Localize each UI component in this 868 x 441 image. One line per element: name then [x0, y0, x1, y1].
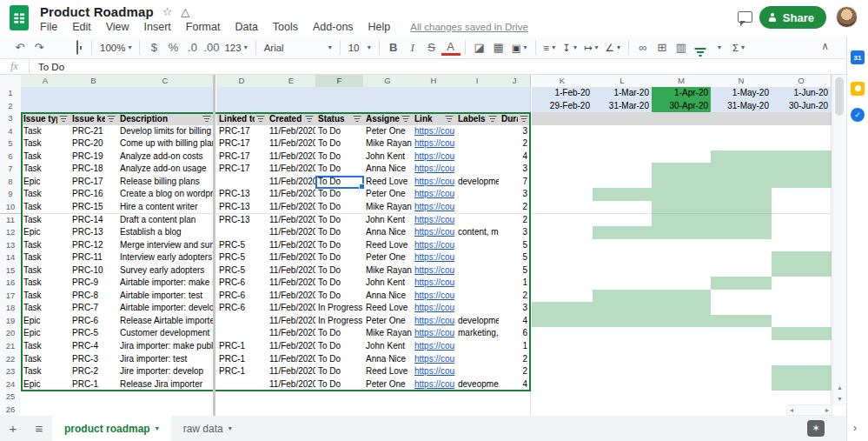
cell-G24[interactable]: Peter One — [363, 378, 413, 392]
cell-A9[interactable]: Task — [21, 188, 70, 202]
cell-F11[interactable]: To Do — [315, 214, 364, 228]
column-header-K[interactable]: K — [532, 75, 593, 88]
row-header-16[interactable]: 16 — [0, 277, 22, 291]
cell-I16[interactable] — [455, 277, 500, 291]
cell-O18[interactable] — [772, 302, 832, 316]
cell-I13[interactable] — [455, 239, 500, 253]
cell-N25[interactable] — [711, 391, 772, 404]
cell-J2[interactable] — [499, 100, 531, 114]
cell-E17[interactable]: 11/Feb/2020 — [267, 290, 316, 304]
cell-F4[interactable]: To Do — [315, 125, 364, 139]
cell-B19[interactable]: PRC-6 — [70, 315, 118, 329]
cell-I24[interactable]: deveopmen — [455, 378, 500, 392]
column-header-H[interactable]: H — [412, 75, 456, 88]
column-header-G[interactable]: G — [363, 75, 413, 88]
horizontal-scrollbar[interactable]: ◂ ▸ — [786, 404, 832, 416]
comment-history-icon[interactable] — [738, 11, 752, 23]
cell-A13[interactable]: Task — [21, 239, 70, 253]
cell-B15[interactable]: PRC-10 — [70, 264, 118, 278]
cell-H18[interactable]: https://coupl — [412, 302, 456, 316]
cell-D1[interactable] — [216, 87, 268, 101]
cell-F26[interactable] — [315, 404, 364, 416]
menu-view[interactable]: View — [106, 21, 129, 33]
column-header-M[interactable]: M — [652, 75, 712, 88]
cell-K21[interactable] — [532, 340, 593, 354]
scroll-left-icon[interactable]: ◂ — [790, 406, 793, 414]
cell-L16[interactable] — [593, 277, 653, 291]
cell-I7[interactable] — [455, 163, 500, 177]
cell-I19[interactable]: developmen — [455, 315, 500, 329]
share-button[interactable]: Share — [759, 6, 826, 29]
cell-D19[interactable] — [216, 315, 268, 329]
cell-D13[interactable]: PRC-5 — [216, 239, 268, 253]
cell-A16[interactable]: Task — [21, 277, 70, 291]
cell-K13[interactable] — [532, 239, 593, 253]
cell-I8[interactable]: developmen — [455, 176, 500, 190]
document-title[interactable]: Product Roadmap — [40, 4, 154, 19]
cell-M11[interactable] — [652, 214, 712, 228]
cell-H9[interactable]: https://coupl — [412, 188, 456, 202]
cell-L13[interactable] — [593, 239, 653, 253]
cell-O24[interactable] — [772, 378, 832, 392]
cell-N20[interactable] — [711, 327, 772, 341]
cell-I10[interactable] — [455, 201, 500, 215]
cell-O6[interactable] — [772, 150, 832, 164]
row-header-8[interactable]: 8 — [0, 176, 22, 190]
cell-A26[interactable] — [21, 404, 70, 416]
cell-A19[interactable]: Epic — [21, 315, 70, 329]
cell-E5[interactable]: 11/Feb/2020 — [267, 137, 316, 151]
cell-K6[interactable] — [532, 150, 593, 164]
add-sheet-button[interactable]: + — [0, 416, 26, 441]
star-icon[interactable]: ☆ — [162, 5, 173, 18]
cell-E7[interactable]: 11/Feb/2020 — [267, 163, 316, 177]
insert-link-icon[interactable]: ∞ — [633, 37, 653, 58]
cell-G26[interactable] — [363, 404, 413, 416]
cell-K14[interactable] — [532, 251, 593, 265]
cell-J25[interactable] — [499, 391, 531, 404]
cell-B20[interactable]: PRC-5 — [70, 327, 118, 341]
cell-L9[interactable] — [593, 188, 653, 202]
menu-addons[interactable]: Add-ons — [313, 21, 354, 33]
cell-F10[interactable]: To Do — [315, 201, 364, 215]
cell-H17[interactable]: https://coupl — [412, 290, 456, 304]
filter-header-B[interactable]: Issue key — [70, 112, 118, 126]
cell-N24[interactable] — [711, 378, 772, 392]
paint-format-icon[interactable] — [68, 37, 87, 58]
cell-B18[interactable]: PRC-7 — [70, 302, 118, 316]
cell-O8[interactable] — [772, 176, 832, 190]
cell-G16[interactable]: John Kent — [363, 277, 413, 291]
cell-M25[interactable] — [652, 391, 712, 404]
cell-G7[interactable]: Anna Nice — [363, 163, 413, 177]
cell-L22[interactable] — [593, 353, 653, 367]
cell-F22[interactable]: To Do — [315, 353, 364, 367]
format-percent-button[interactable]: % — [163, 37, 182, 58]
cell-N7[interactable] — [711, 163, 772, 177]
row-header-11[interactable]: 11 — [0, 214, 22, 228]
filter-button-icon[interactable] — [59, 115, 67, 122]
menu-edit[interactable]: Edit — [72, 21, 91, 33]
cell-L17[interactable] — [593, 290, 653, 304]
cell-D16[interactable]: PRC-6 — [216, 277, 268, 291]
cell-G20[interactable]: Mike Rayan — [363, 327, 413, 341]
cell-N22[interactable] — [711, 353, 772, 367]
cell-D20[interactable] — [216, 327, 268, 341]
cell-N16[interactable] — [711, 277, 772, 291]
cell-K24[interactable] — [532, 378, 593, 392]
row-header-26[interactable]: 26 — [0, 404, 22, 416]
cell-O23[interactable] — [772, 365, 832, 379]
move-to-drive-icon[interactable]: △ — [181, 5, 189, 18]
cell-H2[interactable] — [412, 100, 456, 114]
cell-E24[interactable]: 11/Feb/2020 — [267, 378, 316, 392]
filter-button-icon[interactable] — [202, 115, 210, 122]
cell-F15[interactable]: To Do — [315, 264, 364, 278]
cell-A22[interactable]: Task — [21, 353, 70, 367]
cell-O7[interactable] — [772, 163, 832, 177]
cell-J4[interactable]: 3 — [499, 125, 531, 139]
cell-J26[interactable] — [499, 404, 531, 416]
menu-data[interactable]: Data — [235, 21, 257, 33]
cell-C13[interactable]: Merge interview and survey — [117, 239, 214, 253]
cell-A20[interactable]: Epic — [21, 327, 70, 341]
cell-D7[interactable]: PRC-17 — [216, 163, 268, 177]
cell-F23[interactable]: To Do — [315, 365, 364, 379]
cell-D14[interactable]: PRC-5 — [216, 251, 268, 265]
